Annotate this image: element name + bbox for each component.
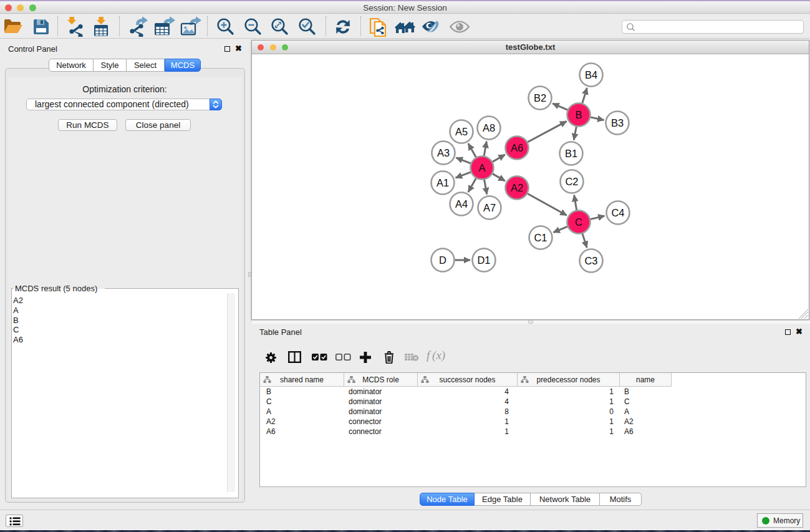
svg-text:A4: A4 <box>455 198 468 210</box>
svg-text:B2: B2 <box>534 92 546 104</box>
svg-text:B4: B4 <box>585 69 597 80</box>
svg-text:C3: C3 <box>584 255 597 266</box>
svg-text:A5: A5 <box>455 126 468 137</box>
svg-text:D1: D1 <box>477 254 490 266</box>
svg-text:C: C <box>575 216 582 228</box>
svg-text:A2: A2 <box>511 182 523 193</box>
svg-text:B3: B3 <box>611 117 624 128</box>
svg-text:A: A <box>478 162 485 173</box>
svg-text:A7: A7 <box>483 202 496 213</box>
svg-text:D: D <box>439 254 446 266</box>
svg-text:A1: A1 <box>436 177 449 188</box>
svg-text:A3: A3 <box>437 147 450 158</box>
svg-text:C1: C1 <box>534 232 547 243</box>
svg-text:B1: B1 <box>565 148 577 159</box>
svg-text:C2: C2 <box>565 176 578 187</box>
svg-text:C4: C4 <box>611 207 624 218</box>
svg-text:A8: A8 <box>483 122 495 133</box>
svg-text:A6: A6 <box>511 142 523 153</box>
svg-text:B: B <box>575 109 582 120</box>
